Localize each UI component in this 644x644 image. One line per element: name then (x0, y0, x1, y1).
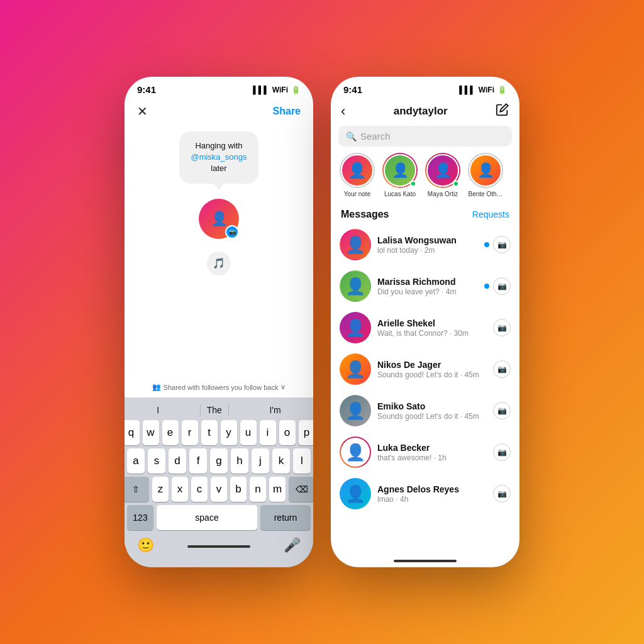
story-lucas-kato[interactable]: 👤 Who is going to be in SF this weekend?… (381, 153, 419, 197)
space-key[interactable]: space (157, 505, 257, 530)
msg-content-2: Arielle Shekel Wait, is that Connor? · 3… (377, 318, 487, 338)
key-d[interactable]: d (169, 448, 186, 474)
nav-bar-right: ‹ andytaylor (331, 99, 519, 126)
bente-oth-avatar-inner: 👤 (469, 154, 502, 187)
message-item-2[interactable]: 👤 Arielle Shekel Wait, is that Connor? ·… (331, 307, 519, 348)
msg-name-5: Luka Becker (377, 443, 487, 453)
stories-row: 👤 Hanging with @mishka_songs later Your … (331, 153, 519, 205)
key-o[interactable]: o (279, 420, 296, 445)
message-item-1[interactable]: 👤 Marissa Richmond Did you leave yet? · … (331, 265, 519, 307)
story-area: Hanging with @miska_songs later 👤 📷 🎵 (125, 125, 313, 377)
story-label-0: Your note (344, 191, 370, 197)
key-u[interactable]: u (240, 420, 257, 445)
unread-dot-0 (484, 242, 489, 247)
camera-icon-5[interactable]: 📷 (493, 443, 511, 461)
message-item-5[interactable]: 👤 Luka Becker that's awesome! · 1h 📷 (331, 431, 519, 473)
home-indicator (187, 545, 250, 548)
message-item-3[interactable]: 👤 Nikos De Jager Sounds good! Let's do i… (331, 348, 519, 390)
share-button[interactable]: Share (273, 106, 301, 117)
key-s[interactable]: s (148, 448, 165, 474)
camera-icon-0[interactable]: 📷 (493, 236, 511, 253)
key-e[interactable]: e (162, 420, 179, 445)
online-dot-lucas (410, 180, 416, 187)
top-bar-left: ✕ Share (125, 99, 313, 125)
key-f[interactable]: f (189, 448, 207, 474)
story-bente-oth[interactable]: 👤 🎵 Flowe… Miley Cyr… Bente Oth… (467, 153, 504, 197)
key-x[interactable]: x (172, 477, 188, 502)
key-l[interactable]: l (293, 448, 311, 474)
maya-ortiz-avatar: 👤 Is this thing on? (425, 153, 460, 188)
backspace-key[interactable]: ⌫ (289, 477, 313, 502)
story-label-2: Maya Ortiz (428, 191, 458, 197)
status-time-right: 9:41 (343, 84, 362, 95)
back-button[interactable]: ‹ (341, 103, 345, 119)
msg-content-5: Luka Becker that's awesome! · 1h (377, 443, 487, 462)
music-icon: 🎵 (207, 252, 231, 275)
key-j[interactable]: j (252, 448, 269, 474)
search-bar[interactable]: 🔍 Search (338, 126, 512, 147)
mic-icon[interactable]: 🎤 (284, 537, 301, 553)
key-h[interactable]: h (231, 448, 248, 474)
msg-content-0: Lalisa Wongsuwan lol not today · 2m (377, 235, 478, 255)
camera-badge[interactable]: 📷 (225, 225, 239, 239)
compose-button[interactable] (496, 103, 509, 119)
chevron-left-icon: ‹ (341, 103, 345, 119)
msg-avatar-6: 👤 (340, 478, 371, 509)
emoji-icon[interactable]: 🙂 (137, 537, 154, 553)
close-button[interactable]: ✕ (137, 104, 148, 119)
return-key[interactable]: return (260, 505, 311, 530)
keyboard: I The I'm q w e r t y u i o p a s d (125, 397, 313, 567)
key-t[interactable]: t (201, 420, 218, 445)
key-g[interactable]: g (210, 448, 228, 474)
key-k[interactable]: k (272, 448, 290, 474)
wifi-icon-r: WiFi (479, 86, 494, 94)
key-i[interactable]: i (260, 420, 276, 445)
key-p[interactable]: p (299, 420, 314, 445)
message-item-4[interactable]: 👤 Emiko Sato Sounds good! Let's do it · … (331, 390, 519, 431)
camera-icon-4[interactable]: 📷 (493, 402, 511, 419)
msg-preview-4: Sounds good! Let's do it · 45m (377, 412, 487, 421)
story-your-note[interactable]: 👤 Hanging with @mishka_songs later Your … (338, 153, 376, 197)
autocomplete-3[interactable]: I'm (263, 404, 287, 416)
msg-actions-1: 📷 (484, 277, 511, 295)
autocomplete-1[interactable]: I (150, 404, 165, 416)
key-a[interactable]: a (127, 448, 145, 474)
msg-preview-2: Wait, is that Connor? · 30m (377, 329, 487, 338)
key-w[interactable]: w (143, 420, 159, 445)
key-c[interactable]: c (191, 477, 208, 502)
keyboard-row-1: q w e r t y u i o p (127, 420, 311, 445)
online-dot-maya (453, 180, 459, 187)
home-indicator-right (394, 560, 457, 562)
msg-avatar-1: 👤 (340, 270, 371, 302)
camera-icon-1[interactable]: 📷 (493, 277, 511, 295)
wifi-icon: WiFi (272, 86, 288, 94)
key-v[interactable]: v (211, 477, 227, 502)
message-item-6[interactable]: 👤 Agnes Delos Reyes lmao · 4h 📷 (331, 473, 519, 514)
status-time-left: 9:41 (137, 84, 156, 95)
key-z[interactable]: z (152, 477, 169, 502)
msg-actions-4: 📷 (493, 402, 511, 419)
status-bar-left: 9:41 ▌▌▌ WiFi 🔋 (125, 77, 313, 99)
battery-icon: 🔋 (291, 86, 301, 94)
key-n[interactable]: n (250, 477, 266, 502)
msg-preview-1: Did you leave yet? · 4m (377, 287, 478, 296)
numbers-key[interactable]: 123 (127, 505, 153, 530)
autocomplete-2[interactable]: The (200, 404, 229, 416)
message-item-0[interactable]: 👤 Lalisa Wongsuwan lol not today · 2m 📷 (331, 224, 519, 265)
msg-name-4: Emiko Sato (377, 401, 487, 411)
key-r[interactable]: r (182, 420, 198, 445)
lucas-kato-avatar: 👤 Who is going to be in SF this weekend?… (382, 153, 418, 188)
story-label-1: Lucas Kato (384, 191, 416, 197)
messages-header: Messages Requests (331, 205, 519, 224)
camera-icon-6[interactable]: 📷 (493, 485, 511, 502)
key-m[interactable]: m (269, 477, 286, 502)
bente-oth-avatar: 👤 🎵 Flowe… Miley Cyr… (468, 153, 503, 188)
key-y[interactable]: y (221, 420, 237, 445)
shift-key[interactable]: ⇧ (125, 477, 149, 502)
camera-icon-3[interactable]: 📷 (493, 360, 511, 378)
story-maya-ortiz[interactable]: 👤 Is this thing on? Maya Ortiz (424, 153, 462, 197)
key-b[interactable]: b (230, 477, 247, 502)
requests-button[interactable]: Requests (472, 209, 509, 219)
camera-icon-2[interactable]: 📷 (493, 319, 511, 336)
key-q[interactable]: q (125, 420, 140, 445)
